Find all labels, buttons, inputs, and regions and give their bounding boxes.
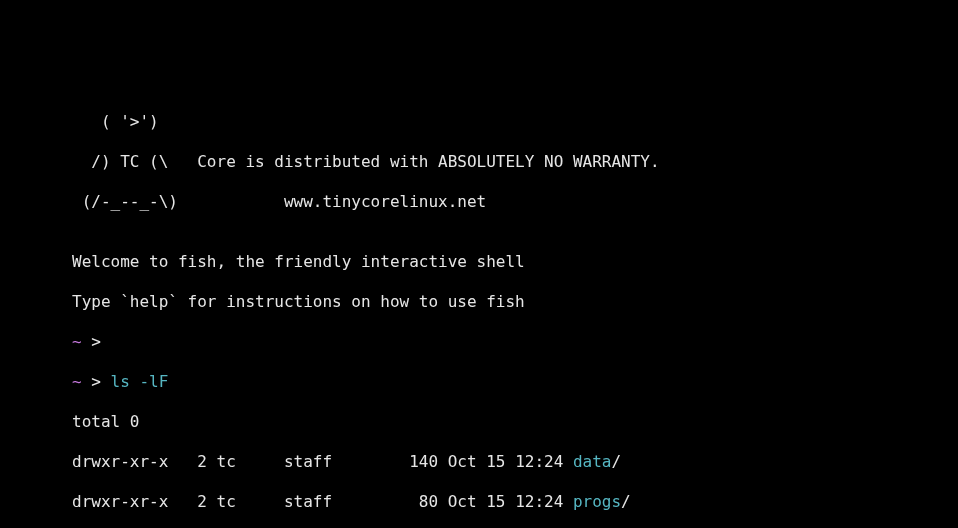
links: 2 [168, 452, 207, 471]
suffix: / [621, 492, 631, 511]
prompt-sep: > [82, 332, 111, 351]
size: 80 [332, 492, 438, 511]
ls-row-data: drwxr-xr-x 2 tc staff 140 Oct 15 12:24 d… [0, 452, 958, 472]
command-text: ls -lF [111, 372, 169, 391]
perms: drwxr-xr-x [72, 492, 168, 511]
prompt-path: ~ [72, 372, 82, 391]
perms: drwxr-xr-x [72, 452, 168, 471]
group: staff [236, 492, 332, 511]
date: Oct 15 12:24 [438, 452, 573, 471]
terminal[interactable]: ( '>') /) TC (\ Core is distributed with… [0, 92, 958, 528]
prompt-sep: > [82, 372, 111, 391]
prompt-empty-1: ~ > [0, 332, 958, 352]
ls-total-home: total 0 [0, 412, 958, 432]
dir-name: progs [573, 492, 621, 511]
prompt-ls-home: ~ > ls -lF [0, 372, 958, 392]
date: Oct 15 12:24 [438, 492, 573, 511]
group: staff [236, 452, 332, 471]
banner-line-3: (/-_--_-\) www.tinycorelinux.net [0, 192, 958, 212]
links: 2 [168, 492, 207, 511]
welcome-line-2: Type `help` for instructions on how to u… [0, 292, 958, 312]
suffix: / [611, 452, 621, 471]
owner: tc [207, 452, 236, 471]
welcome-line-1: Welcome to fish, the friendly interactiv… [0, 252, 958, 272]
dir-name: data [573, 452, 612, 471]
banner-line-1: ( '>') [0, 112, 958, 132]
prompt-path: ~ [72, 332, 82, 351]
ls-row-progs: drwxr-xr-x 2 tc staff 80 Oct 15 12:24 pr… [0, 492, 958, 512]
size: 140 [332, 452, 438, 471]
owner: tc [207, 492, 236, 511]
banner-line-2: /) TC (\ Core is distributed with ABSOLU… [0, 152, 958, 172]
